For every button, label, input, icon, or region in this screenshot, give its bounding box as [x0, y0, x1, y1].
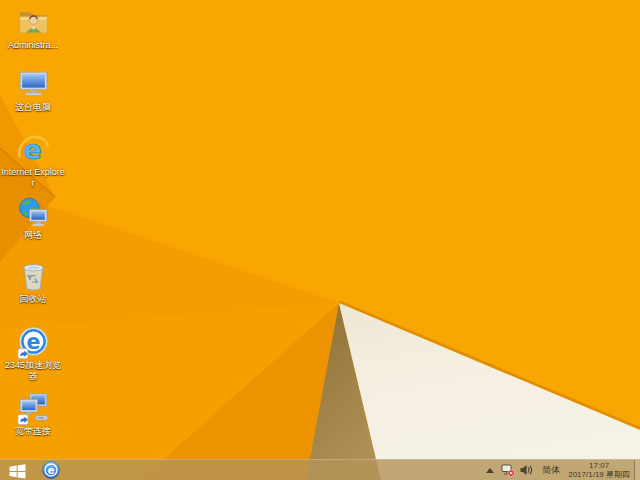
taskbar-app-browser-2345[interactable]: e — [38, 460, 64, 480]
desktop-wallpaper — [0, 0, 640, 480]
recycle-bin-icon — [17, 260, 50, 293]
user-folder-icon — [17, 6, 50, 39]
this-pc-icon — [17, 68, 50, 101]
network-disconnected-icon — [501, 464, 515, 477]
broadband-connection-icon — [17, 392, 50, 425]
desktop-icon-label: 这台电脑 — [1, 102, 65, 113]
desktop-icon-internet-explorer[interactable]: e Internet Explorer — [1, 133, 65, 189]
desktop-icon-network[interactable]: 网络 — [1, 196, 65, 241]
clock-date: 2017/1/19 星期四 — [568, 470, 630, 479]
clock-time: 17:07 — [589, 461, 609, 470]
desktop-icon-label: Internet Explorer — [1, 167, 65, 189]
network-status-button[interactable] — [501, 464, 515, 477]
taskbar: e 简体 17:07 2 — [0, 459, 640, 480]
svg-text:e: e — [47, 464, 54, 476]
desktop-icon-label: 回收站 — [1, 294, 65, 305]
desktop-icon-label: 网络 — [1, 230, 65, 241]
desktop-icon-recycle-bin[interactable]: 回收站 — [1, 260, 65, 305]
taskbar-clock[interactable]: 17:07 2017/1/19 星期四 — [568, 461, 630, 479]
speaker-icon — [520, 464, 533, 476]
show-desktop-button[interactable] — [634, 460, 640, 480]
internet-explorer-icon: e — [17, 133, 50, 166]
desktop-icon-broadband-connection[interactable]: 宽带连接 — [1, 392, 65, 437]
network-icon — [17, 196, 50, 229]
desktop-icon-label: 2345加速浏览器 — [1, 360, 65, 382]
volume-button[interactable] — [520, 464, 533, 476]
desktop-icon-label: 宽带连接 — [1, 426, 65, 437]
desktop-icon-label: Administra... — [1, 40, 65, 51]
ime-indicator[interactable]: 简体 — [542, 464, 560, 477]
browser-2345-icon: e — [17, 326, 50, 359]
windows-logo-icon — [8, 462, 27, 479]
desktop: Administra... 这台电脑 e Internet Explorer — [0, 0, 640, 480]
desktop-icon-this-pc[interactable]: 这台电脑 — [1, 68, 65, 113]
show-hidden-icons-button[interactable] — [486, 468, 494, 473]
desktop-icon-browser-2345[interactable]: e 2345加速浏览器 — [1, 326, 65, 382]
browser-2345-taskbar-icon: e — [42, 461, 60, 479]
desktop-icon-administrator-folder[interactable]: Administra... — [1, 6, 65, 51]
system-tray: 简体 17:07 2017/1/19 星期四 — [486, 460, 640, 480]
start-button[interactable] — [0, 460, 34, 480]
svg-text:e: e — [26, 330, 40, 354]
